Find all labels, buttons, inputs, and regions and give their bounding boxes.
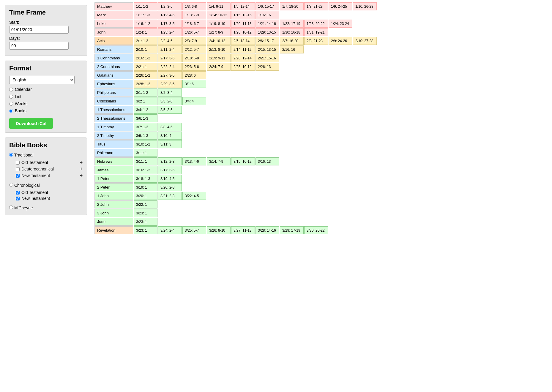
view-list[interactable]: List — [9, 94, 83, 99]
reading-cell[interactable]: 2/28: 1-2 — [134, 80, 157, 88]
reading-cell[interactable]: 2/25: 10-12 — [231, 63, 255, 71]
reading-cell[interactable]: 1/20: 11-13 — [231, 20, 255, 28]
reading-cell[interactable]: 1/29: 13-15 — [256, 28, 279, 36]
reading-cell[interactable]: 2/5: 13-14 — [231, 37, 255, 45]
reading-cell[interactable]: 3/22: 1 — [134, 200, 157, 208]
reading-cell[interactable]: 1/31: 19-21 — [304, 28, 328, 36]
reading-cell[interactable]: 2/21: 15-16 — [256, 54, 279, 62]
reading-cell[interactable]: 3/17: 3-5 — [158, 166, 182, 174]
reading-cell[interactable]: 1/18: 6-7 — [182, 20, 206, 28]
reading-cell[interactable]: 2/27: 3-5 — [158, 71, 182, 79]
reading-cell[interactable]: 2/22: 2-4 — [158, 63, 182, 71]
reading-cell[interactable]: 1/3: 6-8 — [182, 2, 206, 10]
reading-cell[interactable]: 3/25: 5-7 — [182, 226, 206, 234]
reading-cell[interactable]: 2/18: 6-8 — [182, 54, 206, 62]
reading-cell[interactable]: 3/12: 2-3 — [158, 157, 182, 165]
reading-cell[interactable]: 2/21: 1 — [134, 63, 157, 71]
reading-cell[interactable]: 3/14: 7-9 — [207, 157, 231, 165]
reading-cell[interactable]: 1/10: 26-28 — [353, 2, 377, 10]
reading-cell[interactable]: 3/5: 3-5 — [158, 106, 182, 114]
reading-cell[interactable]: 3/13: 4-6 — [182, 157, 206, 165]
reading-cell[interactable]: 3/20: 2-3 — [158, 183, 182, 191]
reading-cell[interactable]: 3/10: 4 — [158, 132, 182, 140]
reading-cell[interactable]: 1/30: 16-18 — [280, 28, 304, 36]
start-input[interactable] — [9, 26, 69, 34]
reading-cell[interactable]: 2/20: 12-14 — [231, 54, 255, 62]
reading-cell[interactable]: 3/4: 1-2 — [134, 106, 157, 114]
reading-cell[interactable]: 2/7: 18-20 — [280, 37, 304, 45]
reading-cell[interactable]: 3/1: 1-2 — [134, 88, 157, 97]
reading-cell[interactable]: 3/16: 13 — [256, 157, 279, 165]
reading-cell[interactable]: 3/20: 1 — [134, 192, 157, 200]
nt-plus[interactable]: + — [80, 173, 83, 178]
reading-cell[interactable]: 3/19: 1 — [134, 183, 157, 191]
reading-cell[interactable]: 1/25: 2-4 — [158, 28, 182, 36]
reading-cell[interactable]: 3/2: 1 — [134, 97, 157, 105]
reading-cell[interactable]: 2/16: 16 — [280, 45, 304, 53]
reading-cell[interactable]: 2/26: 13 — [256, 63, 279, 71]
reading-cell[interactable]: 3/7: 1-3 — [134, 123, 157, 131]
reading-cell[interactable]: 2/17: 3-5 — [158, 54, 182, 62]
download-ical-button[interactable]: Download iCal — [9, 118, 53, 129]
reading-cell[interactable]: 1/15: 13-15 — [231, 11, 255, 19]
deut-plus[interactable]: + — [80, 166, 83, 172]
reading-cell[interactable]: 2/6: 15-17 — [256, 37, 279, 45]
reading-cell[interactable]: 3/8: 4-6 — [158, 123, 182, 131]
reading-cell[interactable]: 3/6: 1-3 — [134, 114, 157, 122]
reading-cell[interactable]: 2/10: 1 — [134, 45, 157, 53]
reading-cell[interactable]: 1/2: 3-5 — [158, 2, 182, 10]
reading-cell[interactable]: 2/12: 5-7 — [182, 45, 206, 53]
reading-cell[interactable]: 1/11: 1-3 — [134, 11, 157, 19]
reading-cell[interactable]: 1/12: 4-6 — [158, 11, 182, 19]
reading-cell[interactable]: 1/28: 10-12 — [231, 28, 255, 36]
reading-cell[interactable]: 3/11: 3 — [158, 140, 182, 148]
reading-cell[interactable]: 1/16: 16 — [256, 11, 279, 19]
old-testament-checkbox[interactable] — [16, 161, 20, 165]
reading-cell[interactable]: 2/29: 3-5 — [158, 80, 182, 88]
reading-cell[interactable]: 1/24: 1 — [134, 28, 157, 36]
reading-cell[interactable]: 3/28: 14-16 — [256, 226, 279, 234]
reading-cell[interactable]: 3/21: 2-3 — [158, 192, 182, 200]
reading-cell[interactable]: 1/13: 7-9 — [182, 11, 206, 19]
reading-cell[interactable]: 1/24: 23-24 — [329, 20, 352, 28]
reading-cell[interactable]: 2/8: 21-23 — [304, 37, 328, 45]
reading-cell[interactable]: 3/22: 4-5 — [182, 192, 206, 200]
reading-cell[interactable]: 3/23: 1 — [134, 209, 157, 217]
reading-cell[interactable]: 2/19: 9-11 — [207, 54, 231, 62]
new-testament-checkbox[interactable] — [16, 174, 20, 178]
reading-cell[interactable]: 3/2: 3-4 — [158, 88, 182, 97]
reading-cell[interactable]: 3/3: 2-3 — [158, 97, 182, 105]
reading-cell[interactable]: 3/30: 20-22 — [304, 226, 328, 234]
reading-cell[interactable]: 1/7: 18-20 — [280, 2, 304, 10]
chron-nt-checkbox[interactable] — [16, 197, 20, 200]
reading-cell[interactable]: 3/9: 1-3 — [134, 132, 157, 140]
reading-cell[interactable]: 1/1: 1-2 — [134, 2, 157, 10]
reading-cell[interactable]: 2/10: 27-28 — [353, 37, 377, 45]
traditional-radio[interactable]: Traditional — [9, 153, 83, 157]
reading-cell[interactable]: 2/1: 1-3 — [134, 37, 157, 45]
reading-cell[interactable]: 3/4: 4 — [182, 97, 206, 105]
view-calendar[interactable]: Calendar — [9, 87, 83, 92]
reading-cell[interactable]: 3/1: 6 — [182, 80, 206, 88]
reading-cell[interactable]: 2/16: 1-2 — [134, 54, 157, 62]
reading-cell[interactable]: 3/23: 1 — [134, 226, 157, 234]
reading-cell[interactable]: 2/3: 7-9 — [182, 37, 206, 45]
reading-cell[interactable]: 1/22: 17-19 — [280, 20, 304, 28]
reading-cell[interactable]: 1/19: 8-10 — [207, 20, 231, 28]
language-select[interactable]: English Spanish French German — [9, 76, 75, 84]
reading-cell[interactable]: 3/27: 11-13 — [231, 226, 255, 234]
reading-cell[interactable]: 2/23: 5-6 — [182, 63, 206, 71]
reading-cell[interactable]: 1/17: 3-5 — [158, 20, 182, 28]
chronological-radio[interactable]: Chronological — [9, 183, 83, 188]
reading-cell[interactable]: 1/23: 20-22 — [304, 20, 328, 28]
ot-plus[interactable]: + — [80, 160, 83, 165]
reading-cell[interactable]: 1/27: 8-9 — [207, 28, 231, 36]
reading-cell[interactable]: 3/11: 1 — [134, 149, 157, 157]
reading-cell[interactable]: 3/23: 1 — [134, 218, 157, 226]
reading-cell[interactable]: 3/18: 1-3 — [134, 175, 157, 183]
view-books[interactable]: Books — [9, 108, 83, 113]
reading-cell[interactable]: 1/9: 24-25 — [329, 2, 352, 10]
reading-cell[interactable]: 3/11: 1 — [134, 157, 157, 165]
reading-cell[interactable]: 3/16: 1-2 — [134, 166, 157, 174]
reading-cell[interactable]: 3/24: 2-4 — [158, 226, 182, 234]
